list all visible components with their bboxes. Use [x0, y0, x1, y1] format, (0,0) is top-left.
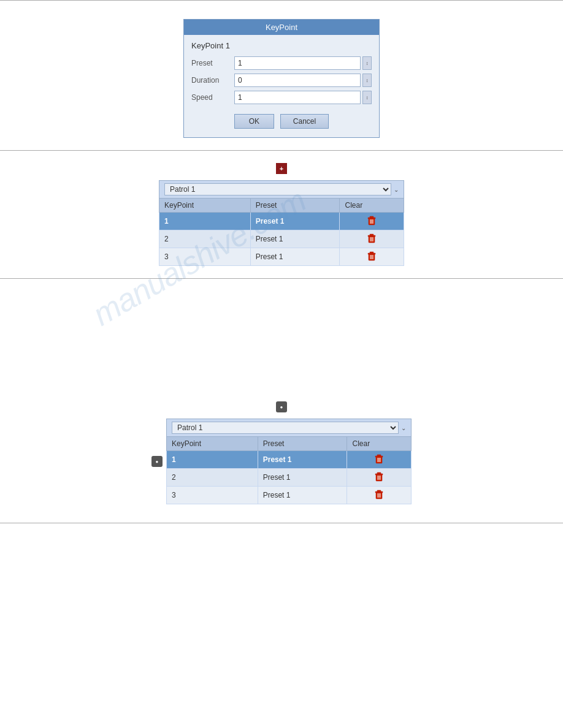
svg-rect-14 [370, 252, 373, 253]
keypoint-dialog: KeyPoint KeyPoint 1 Preset ↕ Duration [183, 19, 380, 138]
delete-icon[interactable] [367, 215, 377, 226]
speed-input[interactable] [234, 91, 361, 104]
section4 [0, 523, 563, 615]
speed-input-wrapper: ↕ [234, 91, 372, 104]
preset-input[interactable] [234, 56, 361, 70]
svg-rect-1 [368, 218, 375, 219]
patrol-table-header-row-bottom: KeyPoint Preset Clear [167, 437, 412, 451]
cancel-button[interactable]: Cancel [280, 114, 329, 129]
keypoint-label: KeyPoint 1 [191, 41, 372, 50]
svg-rect-25 [375, 474, 383, 475]
patrol-tbody-bottom: 1Preset 1 2Preset 1 3Preset 1 [167, 451, 412, 504]
speed-spinner-arrows: ↕ [366, 95, 369, 100]
table-row[interactable]: 1Preset 1 [167, 451, 412, 469]
patrol-header-top: Patrol 1 ⌄ [159, 180, 404, 198]
add-keypoint-icon[interactable]: + [276, 163, 287, 174]
svg-rect-20 [377, 455, 381, 456]
preset-cell: Preset 1 [258, 469, 347, 487]
delete-icon[interactable] [367, 233, 377, 244]
duration-label: Duration [191, 76, 234, 85]
section-dialog: KeyPoint KeyPoint 1 Preset ↕ Duration [0, 1, 563, 150]
delete-icon[interactable] [374, 453, 384, 464]
preset-cell: Preset 1 [250, 248, 340, 266]
icons-row-bottom: ● [276, 401, 287, 412]
dialog-body: KeyPoint 1 Preset ↕ Duration ↕ [184, 35, 379, 137]
svg-rect-26 [377, 472, 381, 474]
duration-input-wrapper: ↕ [234, 74, 372, 87]
patrol-select-top[interactable]: Patrol 1 [164, 183, 391, 195]
keypoint-cell: 3 [167, 487, 258, 504]
svg-rect-31 [375, 491, 383, 493]
preset-cell: Preset 1 [250, 230, 340, 248]
duration-row: Duration ↕ [191, 74, 372, 87]
table-row[interactable]: 2Preset 1 [167, 469, 412, 487]
preset-cell: Preset 1 [258, 451, 347, 469]
col-preset-bottom: Preset [258, 437, 347, 451]
clear-cell [347, 451, 412, 469]
patrol-tbody-top: 1Preset 1 2Preset 1 3Preset 1 [159, 213, 404, 266]
camera-icon-bottom[interactable]: ● [151, 456, 163, 467]
clear-cell [340, 248, 404, 266]
keypoint-cell: 1 [159, 213, 251, 230]
table-row[interactable]: 1Preset 1 [159, 213, 404, 230]
section-patrol-top: + Patrol 1 ⌄ KeyPoint Preset Clear 1Pres… [0, 151, 563, 278]
dialog-buttons: OK Cancel [191, 114, 372, 129]
clear-cell [340, 230, 404, 248]
dialog-title: KeyPoint [266, 23, 297, 32]
preset-label: Preset [191, 59, 234, 67]
preset-input-wrapper: ↕ [234, 56, 372, 70]
clear-cell [347, 487, 412, 504]
svg-rect-2 [370, 216, 373, 218]
svg-rect-7 [368, 235, 375, 237]
duration-input[interactable] [234, 74, 361, 87]
patrol-table-container-top: Patrol 1 ⌄ KeyPoint Preset Clear 1Preset… [159, 180, 404, 266]
patrol-select-bottom[interactable]: Patrol 1 [172, 422, 399, 434]
patrol-dropdown-arrow-top: ⌄ [394, 186, 399, 193]
preset-spinner[interactable]: ↕ [362, 56, 372, 70]
delete-icon[interactable] [367, 251, 377, 262]
patrol-table-container-bottom: Patrol 1 ⌄ KeyPoint Preset Clear 1Preset… [166, 419, 412, 504]
speed-spinner[interactable]: ↕ [362, 91, 372, 104]
patrol-table-bottom: KeyPoint Preset Clear 1Preset 1 2Preset … [166, 436, 412, 504]
col-clear-bottom: Clear [347, 437, 412, 451]
dialog-title-bar: KeyPoint [184, 20, 379, 35]
table-row[interactable]: 3Preset 1 [159, 248, 404, 266]
svg-rect-13 [368, 253, 375, 254]
speed-label: Speed [191, 93, 234, 102]
keypoint-cell: 3 [159, 248, 251, 266]
preset-spinner-arrows: ↕ [366, 61, 369, 66]
speed-row: Speed ↕ [191, 91, 372, 104]
col-keypoint-bottom: KeyPoint [167, 437, 258, 451]
preset-cell: Preset 1 [250, 213, 340, 230]
col-preset-top: Preset [250, 199, 340, 213]
duration-spinner[interactable]: ↕ [362, 74, 372, 87]
table-row[interactable]: 3Preset 1 [167, 487, 412, 504]
keypoint-cell: 2 [159, 230, 251, 248]
patrol-table-top: KeyPoint Preset Clear 1Preset 1 2Preset … [159, 198, 404, 266]
clear-cell [340, 213, 404, 230]
svg-rect-8 [370, 234, 373, 235]
svg-rect-32 [377, 490, 381, 491]
keypoint-cell: 1 [167, 451, 258, 469]
delete-icon[interactable] [374, 489, 384, 500]
col-clear-top: Clear [340, 199, 404, 213]
record-icon[interactable]: ● [276, 401, 287, 412]
preset-cell: Preset 1 [258, 487, 347, 504]
bottom-icons-row: ● Patrol 1 ⌄ KeyPoint Preset Clear 1Pres… [151, 419, 412, 504]
patrol-header-bottom: Patrol 1 ⌄ [166, 419, 412, 436]
patrol-dropdown-arrow-bottom: ⌄ [401, 425, 406, 431]
clear-cell [347, 469, 412, 487]
add-icon-container-top: + [276, 163, 287, 174]
delete-icon[interactable] [374, 471, 384, 482]
svg-rect-19 [375, 456, 383, 457]
ok-button[interactable]: OK [234, 114, 274, 129]
keypoint-cell: 2 [167, 469, 258, 487]
duration-spinner-arrows: ↕ [366, 78, 369, 83]
col-keypoint-top: KeyPoint [159, 199, 251, 213]
preset-row: Preset ↕ [191, 56, 372, 70]
patrol-table-header-row-top: KeyPoint Preset Clear [159, 199, 404, 213]
section-patrol-bottom: ● ● Patrol 1 ⌄ KeyPoint Preset Clear [0, 279, 563, 523]
table-row[interactable]: 2Preset 1 [159, 230, 404, 248]
